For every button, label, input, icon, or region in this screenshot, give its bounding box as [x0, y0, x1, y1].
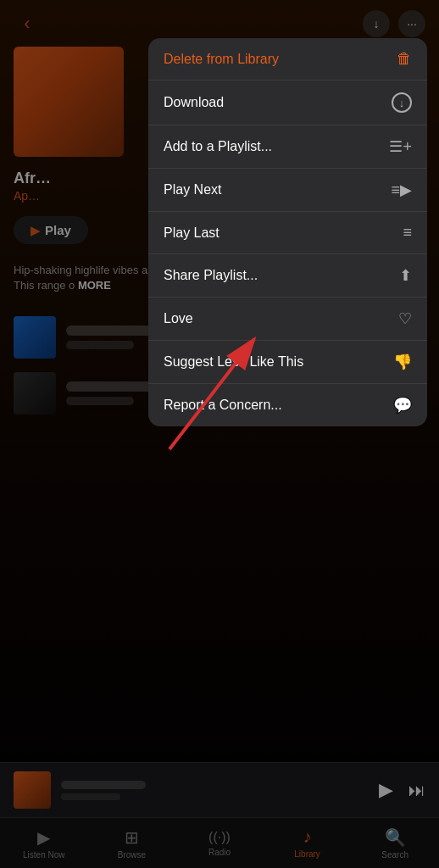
report-icon: 💬	[393, 396, 412, 415]
download-circle-icon: ↓	[392, 92, 412, 113]
menu-item-add-playlist[interactable]: Add to a Playlist... ☰+	[148, 125, 427, 169]
menu-item-suggest-less[interactable]: Suggest Less Like This 👎	[148, 341, 427, 384]
menu-item-download[interactable]: Download ↓	[148, 81, 427, 125]
menu-report-label: Report a Concern...	[164, 398, 282, 413]
menu-love-label: Love	[164, 311, 193, 326]
menu-add-playlist-label: Add to a Playlist...	[164, 139, 272, 154]
share-icon: ⬆	[399, 266, 412, 285]
menu-item-share[interactable]: Share Playlist... ⬆	[148, 254, 427, 298]
trash-icon: 🗑	[397, 50, 412, 68]
menu-item-play-last[interactable]: Play Last ≡	[148, 212, 427, 254]
menu-play-last-label: Play Last	[164, 225, 220, 241]
thumbs-down-icon: 👎	[393, 353, 412, 371]
menu-download-label: Download	[164, 95, 224, 110]
heart-icon: ♡	[398, 309, 412, 328]
play-next-icon: ≡▶	[391, 181, 412, 199]
menu-item-report[interactable]: Report a Concern... 💬	[148, 384, 427, 426]
menu-item-delete[interactable]: Delete from Library 🗑	[148, 38, 427, 81]
menu-item-play-next[interactable]: Play Next ≡▶	[148, 169, 427, 212]
menu-play-next-label: Play Next	[164, 182, 221, 198]
menu-item-love[interactable]: Love ♡	[148, 298, 427, 341]
menu-delete-label: Delete from Library	[164, 52, 279, 67]
menu-share-label: Share Playlist...	[164, 268, 258, 283]
context-menu: Delete from Library 🗑 Download ↓ Add to …	[148, 38, 427, 426]
add-playlist-icon: ☰+	[389, 137, 412, 156]
play-last-icon: ≡	[403, 224, 412, 242]
menu-suggest-less-label: Suggest Less Like This	[164, 354, 303, 370]
